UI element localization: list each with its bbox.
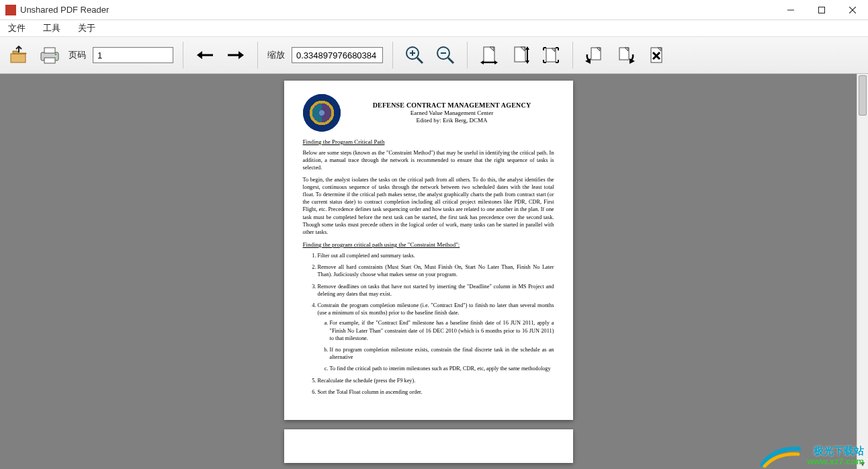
doc-step-item: Sort the Total Float column in ascending…: [318, 388, 554, 396]
title-bar: Unshared PDF Reader: [0, 0, 868, 20]
svg-marker-11: [197, 51, 202, 59]
doc-step-item: Recalculate the schedule (press the F9 k…: [318, 377, 554, 384]
doc-step-item: Remove deadlines on tasks that have not …: [318, 283, 554, 298]
rotate-ccw-icon: [584, 45, 605, 65]
open-file-button[interactable]: [7, 43, 31, 67]
doc-paragraph: Below are some steps (known as the "Cons…: [303, 149, 554, 172]
page-number-input[interactable]: [93, 47, 173, 63]
menu-bar: 文件 工具 关于: [0, 20, 868, 36]
doc-substep-item: To find the critical path to interim mil…: [330, 365, 554, 372]
svg-marker-29: [525, 46, 529, 50]
full-screen-icon: [541, 45, 561, 65]
maximize-button[interactable]: [806, 0, 837, 20]
menu-about[interactable]: 关于: [75, 21, 98, 36]
document-viewport[interactable]: DEFENSE CONTRACT MANAGEMENT AGENCY Earne…: [0, 74, 857, 469]
svg-line-15: [417, 58, 423, 63]
doc-steps-list: Filter out all completed and summary tas…: [303, 252, 554, 396]
next-page-icon: [226, 48, 245, 62]
toolbar-separator: [183, 42, 183, 69]
doc-substep-item: For example, if the "Contract End" miles…: [330, 319, 554, 342]
fit-height-icon: [510, 45, 530, 65]
previous-page-button[interactable]: [193, 43, 217, 67]
zoom-out-icon: [435, 45, 455, 65]
svg-line-19: [448, 58, 453, 63]
svg-rect-1: [819, 7, 825, 13]
doc-title: DEFENSE CONTRACT MANAGEMENT AGENCY: [350, 101, 554, 110]
pdf-page-1: DEFENSE CONTRACT MANAGEMENT AGENCY Earne…: [284, 81, 573, 420]
doc-step-item: Constrain the program completion milesto…: [318, 302, 554, 373]
minimize-button[interactable]: [775, 0, 806, 20]
zoom-label: 缩放: [267, 49, 285, 61]
doc-step-item: Filter out all completed and summary tas…: [318, 252, 554, 259]
zoom-value-input[interactable]: [292, 47, 383, 63]
svg-rect-8: [44, 58, 55, 63]
doc-section-heading: Finding the Program Critical Path: [303, 138, 554, 145]
svg-marker-25: [494, 60, 498, 65]
close-document-button[interactable]: [644, 43, 668, 67]
scroll-thumb[interactable]: [859, 75, 867, 116]
toolbar: 页码 缩放: [0, 36, 868, 74]
doc-subtitle: Earned Value Management Center: [350, 110, 554, 117]
toolbar-separator: [572, 42, 573, 69]
rotate-ccw-button[interactable]: [582, 43, 607, 67]
previous-page-icon: [196, 48, 214, 62]
app-icon: [5, 5, 16, 15]
toolbar-separator: [467, 42, 468, 69]
viewer-container: DEFENSE CONTRACT MANAGEMENT AGENCY Earne…: [0, 74, 868, 469]
svg-marker-30: [525, 60, 529, 64]
svg-rect-7: [44, 48, 55, 53]
printer-icon: [39, 46, 60, 65]
next-page-button[interactable]: [224, 43, 248, 67]
print-button[interactable]: [38, 43, 62, 67]
open-file-icon: [9, 46, 29, 65]
doc-paragraph: To begin, the analyst isolates the tasks…: [303, 176, 554, 237]
doc-section-heading: Finding the program critical path using …: [303, 241, 554, 248]
vertical-scrollbar[interactable]: ▴ ▾: [857, 74, 868, 469]
svg-marker-24: [480, 60, 484, 65]
fit-height-button[interactable]: [508, 43, 532, 67]
rotate-cw-button[interactable]: [613, 43, 638, 67]
doc-substep-item: If no program completion milestone exist…: [330, 346, 554, 361]
zoom-out-button[interactable]: [433, 43, 458, 67]
toolbar-separator: [392, 42, 393, 69]
close-document-icon: [647, 46, 666, 65]
doc-step-item: Remove all hard constraints (Must Start …: [318, 263, 554, 278]
page-label: 页码: [69, 49, 86, 61]
window-title: Unshared PDF Reader: [20, 5, 109, 15]
svg-rect-4: [11, 54, 26, 62]
doc-step-text: Constrain the program completion milesto…: [318, 302, 554, 316]
rotate-cw-icon: [615, 45, 636, 65]
zoom-in-icon: [404, 45, 425, 65]
fit-width-icon: [479, 45, 499, 65]
fit-width-button[interactable]: [477, 43, 501, 67]
zoom-in-button[interactable]: [402, 43, 427, 67]
pdf-page-2-peek: [284, 429, 573, 463]
doc-edited-by: Edited by: Erik Berg, DCMA: [350, 117, 554, 124]
svg-point-9: [55, 54, 57, 56]
close-window-button[interactable]: [837, 0, 868, 20]
menu-file[interactable]: 文件: [5, 21, 28, 36]
svg-marker-13: [238, 51, 244, 59]
toolbar-separator: [257, 42, 258, 69]
menu-tools[interactable]: 工具: [40, 21, 63, 36]
doc-substeps-list: For example, if the "Contract End" miles…: [318, 319, 554, 372]
scroll-down-arrow-icon[interactable]: ▾: [857, 458, 868, 469]
agency-seal-icon: [303, 94, 341, 132]
full-screen-button[interactable]: [539, 43, 563, 67]
